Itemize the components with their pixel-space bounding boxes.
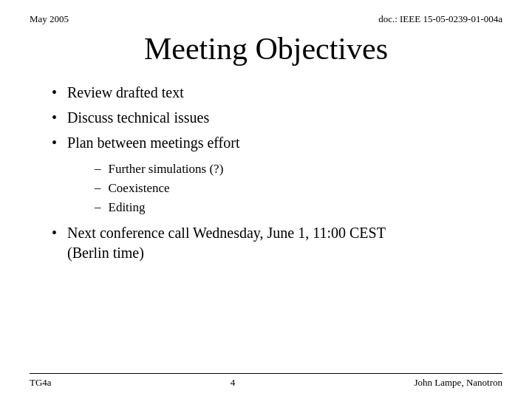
footer-group: TG4a: [30, 377, 52, 389]
header-date: May 2005: [30, 13, 69, 25]
header-doc-id: doc.: IEEE 15-05-0239-01-004a: [378, 13, 502, 25]
bullet-text: Review drafted text: [67, 83, 184, 102]
bullet-dot: •: [52, 84, 57, 101]
bullet-dot: •: [52, 225, 57, 242]
sub-dash: –: [95, 180, 101, 195]
sub-text: Editing: [109, 200, 146, 216]
sub-dash: –: [95, 161, 101, 176]
slide-header: May 2005 doc.: IEEE 15-05-0239-01-004a: [30, 13, 502, 25]
bullet-dot: •: [52, 109, 57, 126]
footer-author: John Lampe, Nanotron: [414, 377, 502, 389]
list-item: – Coexistence: [95, 180, 502, 197]
last-bullet-line1: Next conference call Wednesday, June 1, …: [67, 225, 386, 241]
main-bullet-list: • Review drafted text • Discuss technica…: [52, 83, 502, 152]
last-bullet-text: Next conference call Wednesday, June 1, …: [67, 223, 386, 263]
title-area: Meeting Objectives: [30, 31, 502, 66]
slide: May 2005 doc.: IEEE 15-05-0239-01-004a M…: [0, 0, 532, 399]
bullet-text: Discuss technical issues: [67, 108, 209, 127]
sub-dash: –: [95, 200, 101, 214]
list-item: • Discuss technical issues: [52, 108, 502, 127]
content-area: • Review drafted text • Discuss technica…: [30, 83, 502, 263]
bullet-text: Plan between meetings effort: [67, 133, 239, 152]
slide-footer: TG4a 4 John Lampe, Nanotron: [30, 373, 502, 389]
slide-title: Meeting Objectives: [30, 31, 502, 66]
list-item: • Review drafted text: [52, 83, 502, 102]
sub-bullet-list: – Further simulations (?) – Coexistence …: [95, 161, 502, 216]
list-item: – Further simulations (?): [95, 161, 502, 177]
list-item: • Plan between meetings effort: [52, 133, 502, 152]
sub-text: Further simulations (?): [109, 161, 224, 177]
last-bullet-line2: (Berlin time): [67, 245, 144, 261]
sub-text: Coexistence: [109, 180, 170, 197]
last-bullet-item: • Next conference call Wednesday, June 1…: [52, 223, 502, 263]
footer-page-number: 4: [231, 377, 236, 389]
bullet-dot: •: [52, 134, 57, 151]
list-item: – Editing: [95, 200, 502, 216]
